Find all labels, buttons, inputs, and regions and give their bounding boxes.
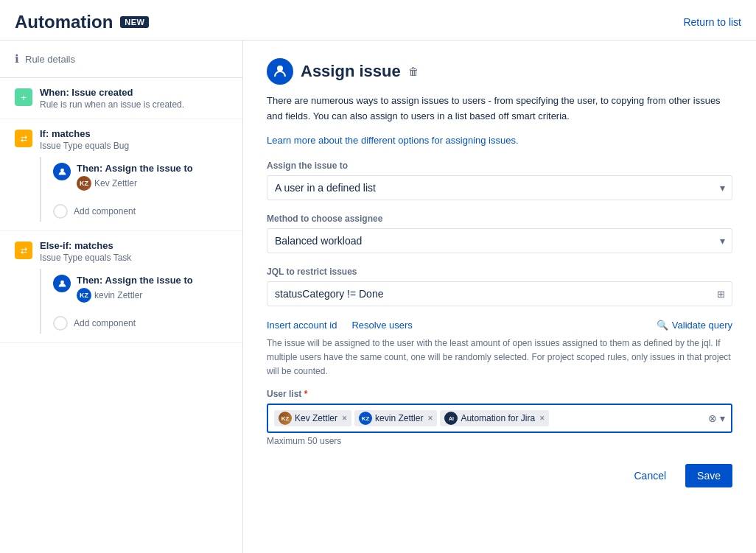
hint-text: The issue will be assigned to the user w… (267, 337, 732, 379)
list-clear-button[interactable]: ⊗ (708, 412, 717, 424)
app-title: Automation (15, 12, 113, 32)
add-component-dot-1 (53, 204, 68, 219)
jql-input[interactable] (267, 281, 732, 306)
required-indicator: * (304, 389, 308, 399)
assign-to-section: Assign the issue to A user in a defined … (267, 161, 732, 200)
kev-tag-close[interactable]: × (342, 413, 347, 423)
kev-tag-avatar: KZ (279, 412, 292, 425)
jql-label: JQL to restrict issues (267, 267, 732, 277)
then-assign-item-2[interactable]: Then: Assign the issue to KZ kevin Zettl… (53, 269, 228, 309)
add-component-dot-2 (53, 316, 68, 331)
else-if-title: Else-if: matches (40, 240, 228, 251)
automation-tag-name: Automation for Jira (461, 413, 535, 423)
list-dropdown-button[interactable]: ▾ (720, 412, 725, 424)
jql-icon: ⊞ (717, 288, 725, 299)
if-title: If: matches (40, 128, 228, 139)
when-title: When: Issue created (40, 87, 228, 98)
add-component-label-2: Add component (74, 318, 136, 328)
header-left: Automation NEW (15, 12, 149, 32)
rule-details-label: Rule details (25, 54, 75, 65)
then-assign-content: Then: Assign the issue to KZ Kev Zettler (77, 163, 228, 191)
else-if-content: Else-if: matches Issue Type equals Task (40, 240, 228, 263)
add-component-1[interactable]: Add component (53, 197, 228, 222)
user-tag-kev: KZ Kev Zettler × (274, 410, 351, 426)
when-subtitle: Rule is run when an issue is created. (40, 99, 228, 110)
if-subtitle: Issue Type equals Bug (40, 141, 228, 151)
cancel-button[interactable]: Cancel (622, 464, 678, 487)
when-content: When: Issue created Rule is run when an … (40, 87, 228, 110)
else-if-condition-item[interactable]: ⇄ Else-if: matches Issue Type equals Tas… (0, 231, 242, 343)
if-content: If: matches Issue Type equals Bug (40, 128, 228, 151)
if-icon: ⇄ (15, 130, 32, 147)
resolve-users-link[interactable]: Resolve users (351, 320, 412, 331)
sidebar: ℹ Rule details + When: Issue created Rul… (0, 40, 243, 553)
then-assign-title: Then: Assign the issue to (77, 163, 228, 174)
when-icon: + (15, 88, 32, 106)
then-assign-content-2: Then: Assign the issue to KZ kevin Zettl… (77, 275, 228, 303)
info-icon: ℹ (15, 52, 19, 66)
method-label: Method to choose assignee (267, 214, 732, 224)
assign-to-select[interactable]: A user in a defined list A specific user… (267, 175, 732, 200)
kevin-tag-avatar: KZ (359, 412, 372, 425)
rule-details-item[interactable]: ℹ Rule details (0, 40, 242, 78)
assign-to-label: Assign the issue to (267, 161, 732, 171)
user-list-field[interactable]: KZ Kev Zettler × KZ kevin Zettler × AI A… (267, 404, 732, 433)
then-nested-section-2: Then: Assign the issue to KZ kevin Zettl… (40, 269, 228, 334)
jql-input-wrapper: ⊞ (267, 281, 732, 306)
assign-issue-icon (267, 58, 293, 85)
add-component-label-1: Add component (74, 206, 136, 216)
if-condition-item[interactable]: ⇄ If: matches Issue Type equals Bug Then… (0, 119, 242, 231)
else-if-icon: ⇄ (15, 242, 32, 259)
then-assign-icon-2 (53, 275, 71, 292)
content-title: Assign issue (301, 62, 401, 81)
kevin-tag-close[interactable]: × (427, 413, 433, 423)
kev-avatar: KZ (77, 176, 91, 191)
kevin-name: kevin Zettler (94, 290, 142, 300)
then-assign-icon (53, 163, 71, 180)
user-list-section: User list * KZ Kev Zettler × KZ kevin Ze… (267, 389, 732, 446)
method-section: Method to choose assignee Balanced workl… (267, 214, 732, 253)
content-panel: Assign issue 🗑 There are numerous ways t… (243, 40, 756, 553)
user-list-controls: ⊗ ▾ (708, 412, 725, 424)
automation-tag-avatar: AI (444, 412, 458, 425)
user-tag-kevin: KZ kevin Zettler × (354, 410, 437, 426)
user-list-label: User list * (267, 389, 732, 399)
action-row: Insert account id Resolve users 🔍 Valida… (267, 320, 732, 331)
return-to-list-link[interactable]: Return to list (683, 16, 741, 28)
app-header: Automation NEW Return to list (0, 0, 756, 40)
else-if-subtitle: Issue Type equals Task (40, 253, 228, 263)
method-select-wrapper: Balanced workload Random Round robin (267, 228, 732, 253)
content-description: There are numerous ways to assign issues… (267, 94, 732, 124)
automation-tag-close[interactable]: × (539, 413, 545, 423)
new-badge: NEW (120, 16, 149, 28)
kevin-tag-name: kevin Zettler (375, 413, 423, 423)
content-header: Assign issue 🗑 (267, 58, 732, 85)
kev-tag-name: Kev Zettler (295, 413, 337, 423)
method-select[interactable]: Balanced workload Random Round robin (267, 228, 732, 253)
footer-buttons: Cancel Save (267, 464, 732, 487)
when-trigger-item[interactable]: + When: Issue created Rule is run when a… (0, 78, 242, 119)
then-assign-item[interactable]: Then: Assign the issue to KZ Kev Zettler (53, 157, 228, 197)
insert-account-id-link[interactable]: Insert account id (267, 320, 337, 331)
delete-icon[interactable]: 🗑 (408, 66, 419, 77)
learn-more-link[interactable]: Learn more about the different options f… (267, 135, 732, 146)
search-icon: 🔍 (657, 320, 668, 331)
jql-section: JQL to restrict issues ⊞ (267, 267, 732, 306)
then-assign-title-2: Then: Assign the issue to (77, 275, 228, 286)
then-nested-section: Then: Assign the issue to KZ Kev Zettler… (40, 157, 228, 222)
max-users-text: Maximum 50 users (267, 436, 732, 446)
user-tag-automation: AI Automation for Jira × (440, 410, 549, 426)
save-button[interactable]: Save (685, 464, 732, 487)
kevin-avatar: KZ (77, 288, 91, 303)
kev-name: Kev Zettler (94, 178, 137, 189)
validate-query-link[interactable]: 🔍 Validate query (657, 320, 732, 331)
main-layout: ℹ Rule details + When: Issue created Rul… (0, 40, 756, 553)
assign-to-select-wrapper: A user in a defined list A specific user… (267, 175, 732, 200)
svg-point-2 (277, 66, 283, 71)
add-component-2[interactable]: Add component (53, 309, 228, 334)
